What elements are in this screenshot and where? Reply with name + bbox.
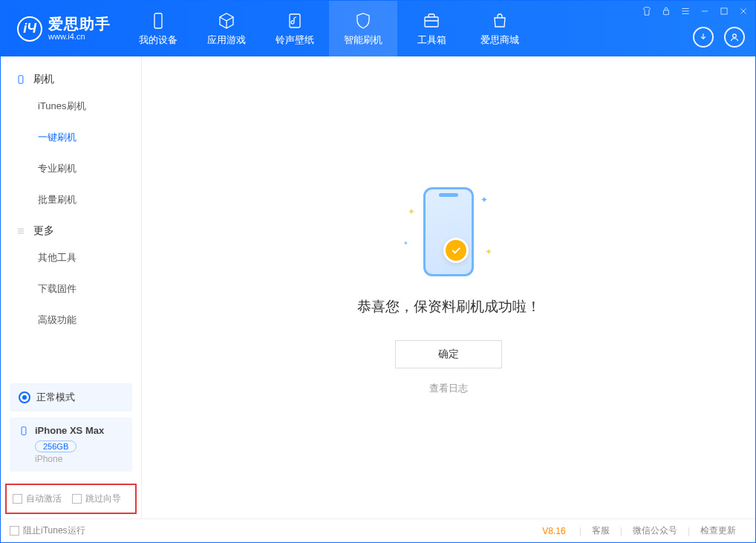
svg-rect-3	[664, 10, 669, 15]
checkbox-icon	[10, 526, 19, 536]
check-badge-icon	[443, 238, 469, 263]
checkbox-icon	[72, 494, 82, 504]
svg-rect-1	[290, 14, 300, 27]
mode-indicator[interactable]: 正常模式	[10, 383, 132, 412]
list-icon	[16, 226, 26, 236]
block-itunes-checkbox[interactable]: 阻止iTunes运行	[10, 524, 85, 537]
shield-icon	[353, 11, 373, 30]
nav-apps[interactable]: 应用游戏	[192, 1, 261, 56]
sidebar-item-other[interactable]: 其他工具	[1, 242, 141, 273]
sidebar-item-pro[interactable]: 专业刷机	[1, 153, 141, 184]
activation-options: 自动激活 跳过向导	[5, 484, 137, 514]
checkbox-icon	[13, 494, 22, 504]
device-icon	[19, 426, 29, 436]
auto-activate-checkbox[interactable]: 自动激活	[13, 492, 62, 505]
lock-icon[interactable]	[660, 5, 672, 17]
sidebar-item-advanced[interactable]: 高级功能	[1, 305, 141, 336]
device-type: iPhone	[35, 454, 123, 464]
device-capacity: 256GB	[35, 440, 76, 452]
success-message: 恭喜您，保资料刷机成功啦！	[357, 297, 541, 316]
minimize-icon[interactable]	[699, 5, 711, 17]
bag-icon	[490, 11, 509, 30]
sparkle-icon: ✦	[480, 195, 488, 205]
header-actions	[693, 27, 745, 48]
nav-toolbox[interactable]: 工具箱	[397, 1, 466, 56]
svg-rect-6	[19, 76, 23, 84]
download-icon[interactable]	[693, 27, 714, 48]
status-bar: 阻止iTunes运行 V8.16 | 客服 | 微信公众号 | 检查更新	[1, 518, 755, 542]
nav-store[interactable]: 爱思商城	[466, 1, 534, 56]
tshirt-icon[interactable]	[641, 5, 653, 17]
support-link[interactable]: 客服	[581, 524, 620, 537]
close-icon[interactable]	[737, 5, 749, 17]
nav-my-device[interactable]: 我的设备	[124, 1, 192, 56]
sidebar: 刷机 iTunes刷机 一键刷机 专业刷机 批量刷机 更多 其他工具 下载固件 …	[1, 56, 142, 518]
phone-graphic	[423, 187, 474, 276]
sparkle-icon: ✦	[485, 247, 492, 257]
phone-outline-icon	[16, 74, 26, 85]
sidebar-group-flash: 刷机	[1, 64, 141, 91]
user-icon[interactable]	[724, 27, 745, 48]
check-update-link[interactable]: 检查更新	[690, 524, 746, 537]
app-subtitle: www.i4.cn	[48, 32, 111, 41]
window-controls	[641, 5, 749, 17]
svg-rect-4	[721, 8, 727, 14]
sidebar-item-oneclick[interactable]: 一键刷机	[1, 122, 141, 153]
nav-flash[interactable]: 智能刷机	[329, 1, 397, 56]
menu-icon[interactable]	[680, 5, 691, 17]
skip-guide-checkbox[interactable]: 跳过向导	[72, 492, 121, 505]
sidebar-item-itunes[interactable]: iTunes刷机	[1, 91, 141, 122]
briefcase-icon	[422, 11, 441, 30]
sparkle-icon: ✦	[403, 240, 408, 247]
mode-label: 正常模式	[36, 391, 75, 404]
sidebar-group-more: 更多	[1, 215, 141, 242]
title-bar: iЧ 爱思助手 www.i4.cn 我的设备 应用游戏 铃声壁纸 智能刷机 工具…	[1, 1, 755, 56]
svg-rect-7	[22, 426, 26, 435]
cube-icon	[217, 11, 236, 30]
mode-dot-icon	[19, 391, 30, 403]
ok-button[interactable]: 确定	[395, 340, 502, 368]
logo-icon: iЧ	[17, 16, 42, 42]
music-icon	[285, 11, 304, 30]
nav-ringtones[interactable]: 铃声壁纸	[261, 1, 329, 56]
sidebar-item-batch[interactable]: 批量刷机	[1, 184, 141, 215]
logo: iЧ 爱思助手 www.i4.cn	[1, 16, 124, 41]
phone-icon	[149, 11, 168, 30]
svg-rect-0	[154, 13, 162, 28]
device-card[interactable]: iPhone XS Max 256GB iPhone	[10, 417, 132, 472]
sidebar-item-firmware[interactable]: 下载固件	[1, 273, 141, 305]
success-illustration: ✦ ✦ ✦ ✦	[400, 180, 497, 284]
main-content: ✦ ✦ ✦ ✦ 恭喜您，保资料刷机成功啦！ 确定 查看日志	[142, 56, 755, 518]
version-label: V8.16	[542, 526, 565, 536]
maximize-icon[interactable]	[718, 5, 730, 17]
wechat-link[interactable]: 微信公众号	[622, 524, 688, 537]
svg-point-5	[733, 34, 737, 38]
sparkle-icon: ✦	[408, 207, 415, 217]
view-log-link[interactable]: 查看日志	[429, 382, 468, 395]
app-title: 爱思助手	[48, 16, 111, 32]
main-nav: 我的设备 应用游戏 铃声壁纸 智能刷机 工具箱 爱思商城	[124, 1, 534, 56]
svg-rect-2	[425, 17, 438, 27]
device-name: iPhone XS Max	[35, 425, 104, 436]
